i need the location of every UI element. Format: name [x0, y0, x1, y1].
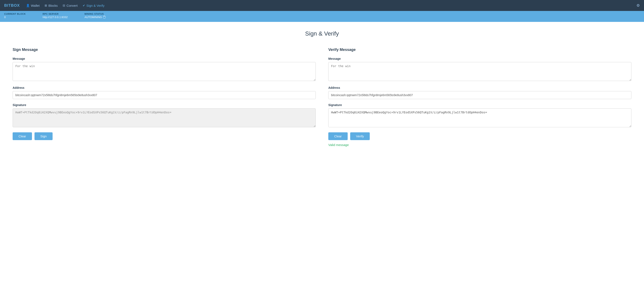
- mining-status-label: MINING STATUS: [84, 12, 106, 15]
- nav-convert-label: Convert: [66, 4, 78, 7]
- sign-address-group: Address: [12, 86, 316, 99]
- blocks-icon: ⊞: [44, 4, 47, 7]
- verify-clear-button[interactable]: Clear: [328, 132, 348, 140]
- verify-address-input[interactable]: [328, 91, 632, 99]
- sign-address-input[interactable]: [12, 91, 316, 99]
- verify-address-label: Address: [328, 86, 632, 90]
- sign-sign-button[interactable]: Sign: [34, 132, 52, 140]
- nav-wallet-label: Wallet: [31, 4, 40, 7]
- nav-blocks[interactable]: ⊞ Blocks: [44, 4, 58, 7]
- rpc-server-label: RPC SERVER: [42, 12, 68, 15]
- verify-signature-group: Signature: [328, 103, 632, 128]
- sign-section-title: Sign Message: [12, 48, 316, 52]
- columns: Sign Message Message Address Signature C…: [12, 48, 632, 147]
- page-title: Sign & Verify: [12, 30, 632, 37]
- sign-message-label: Message: [12, 57, 316, 60]
- current-block-value: 0: [4, 16, 26, 19]
- nav-wallet[interactable]: 👤 Wallet: [26, 4, 40, 7]
- mining-status: MINING STATUS AUTOMINING: [84, 12, 106, 19]
- nav-blocks-label: Blocks: [48, 4, 58, 7]
- valid-message: Valid message: [328, 143, 632, 147]
- sign-clear-button[interactable]: Clear: [12, 132, 32, 140]
- nav-convert[interactable]: ⊟ Convert: [63, 4, 78, 7]
- nav-items: 👤 Wallet ⊞ Blocks ⊟ Convert ✔ Sign & Ver…: [26, 4, 636, 7]
- verify-section-title: Verify Message: [328, 48, 632, 52]
- rpc-server-status: RPC SERVER http://127.0.0.1:8332: [42, 12, 68, 19]
- sign-signature-label: Signature: [12, 103, 316, 107]
- sign-message-input[interactable]: [12, 62, 316, 81]
- current-block-label: CURRENT BLOCK: [4, 12, 26, 15]
- current-block-status: CURRENT BLOCK 0: [4, 12, 26, 19]
- sign-message-group: Message: [12, 57, 316, 82]
- verify-address-group: Address: [328, 86, 632, 99]
- brand: BITBOX: [4, 3, 20, 8]
- sign-signature-group: Signature: [12, 103, 316, 128]
- mining-status-value: AUTOMINING: [84, 16, 106, 19]
- verify-message-input[interactable]: [328, 62, 632, 81]
- verify-column: Verify Message Message Address Signature…: [328, 48, 632, 147]
- nav-sign-verify[interactable]: ✔ Sign & Verify: [83, 4, 104, 7]
- automining-spinner: [103, 16, 106, 19]
- status-bar: CURRENT BLOCK 0 RPC SERVER http://127.0.…: [0, 11, 644, 22]
- navbar: BITBOX 👤 Wallet ⊞ Blocks ⊟ Convert ✔ Sig…: [0, 0, 644, 11]
- rpc-server-value: http://127.0.0.1:8332: [42, 16, 68, 19]
- nav-sign-verify-label: Sign & Verify: [86, 4, 104, 7]
- sign-signature-input[interactable]: [12, 108, 316, 127]
- verify-button-row: Clear Verify: [328, 132, 632, 140]
- verify-verify-button[interactable]: Verify: [350, 132, 370, 140]
- sign-button-row: Clear Sign: [12, 132, 316, 140]
- verify-signature-label: Signature: [328, 103, 632, 107]
- sign-column: Sign Message Message Address Signature C…: [12, 48, 316, 147]
- convert-icon: ⊟: [63, 4, 65, 7]
- verify-message-group: Message: [328, 57, 632, 82]
- main-content: Sign & Verify Sign Message Message Addre…: [0, 22, 644, 300]
- verify-message-label: Message: [328, 57, 632, 60]
- sign-address-label: Address: [12, 86, 316, 90]
- sign-verify-icon: ✔: [83, 4, 85, 7]
- settings-icon[interactable]: ⚙: [636, 3, 640, 8]
- verify-signature-input[interactable]: [328, 108, 632, 127]
- wallet-icon: 👤: [26, 4, 30, 7]
